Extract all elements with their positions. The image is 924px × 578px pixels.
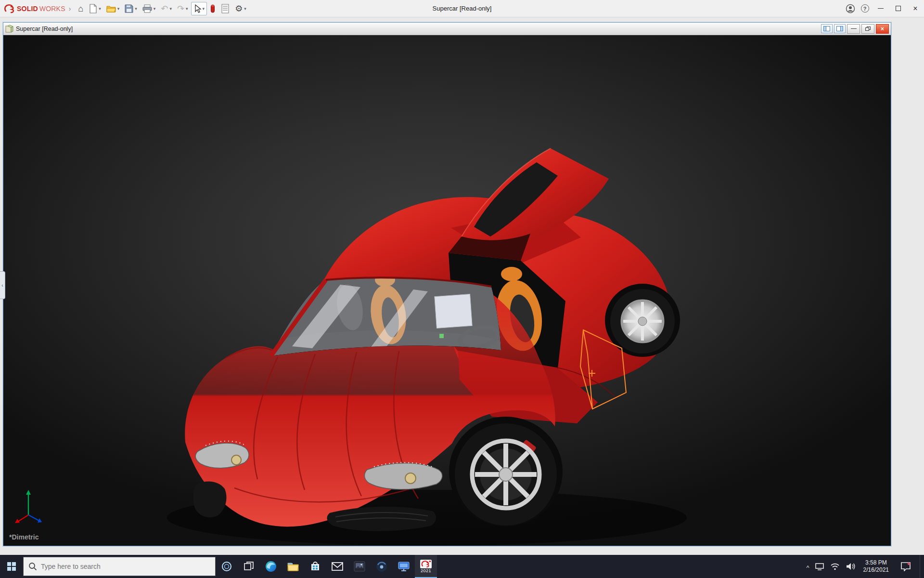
cortana-button[interactable] bbox=[216, 555, 238, 578]
edge-icon bbox=[265, 560, 277, 573]
select-cursor-icon bbox=[193, 4, 201, 13]
document-titlebar[interactable]: Supercar [Read-only] bbox=[3, 23, 891, 35]
network-icon bbox=[830, 563, 840, 570]
new-document-icon bbox=[89, 4, 97, 13]
save-button[interactable]: ▾ bbox=[122, 2, 140, 15]
pane-layout-left-icon bbox=[823, 26, 830, 31]
action-center-button[interactable] bbox=[897, 555, 915, 578]
document-icon bbox=[5, 25, 13, 33]
pane-layout-button-right[interactable] bbox=[834, 24, 846, 33]
close-icon: × bbox=[913, 4, 917, 13]
viewport-3d[interactable]: *Dimetric bbox=[3, 35, 891, 546]
volume-button[interactable] bbox=[845, 555, 856, 578]
brand-text-light: WORKS bbox=[39, 5, 65, 13]
taskbar-clock[interactable]: 3:58 PM 2/16/2021 bbox=[860, 559, 892, 574]
select-tool-button[interactable]: ▾ bbox=[191, 2, 207, 15]
menu-expand-icon[interactable]: › bbox=[69, 5, 71, 13]
collapsed-pane-tab[interactable]: ‹ bbox=[0, 271, 5, 299]
account-button[interactable] bbox=[843, 1, 858, 16]
doc-minimize-button[interactable] bbox=[847, 24, 860, 34]
minimize-icon bbox=[878, 8, 884, 9]
caret-down-icon[interactable]: ▾ bbox=[99, 6, 101, 11]
print-button[interactable]: ▾ bbox=[140, 2, 158, 15]
quick-access-toolbar: ⌂ ▾ ▾ bbox=[76, 2, 248, 15]
close-icon: × bbox=[881, 26, 884, 32]
caret-down-icon[interactable]: ▾ bbox=[154, 6, 156, 11]
caret-down-icon[interactable]: ▾ bbox=[117, 6, 120, 11]
collapse-arrow-icon: ‹ bbox=[1, 283, 3, 288]
round-dark-app-icon bbox=[375, 560, 388, 573]
home-icon: ⌂ bbox=[78, 4, 83, 13]
app-maximize-button[interactable] bbox=[889, 0, 907, 17]
doc-restore-button[interactable] bbox=[861, 24, 874, 34]
app-button-round-dark[interactable] bbox=[371, 555, 393, 578]
caret-down-icon[interactable]: ▾ bbox=[169, 6, 172, 11]
caret-down-icon[interactable]: ▾ bbox=[186, 6, 188, 11]
app-close-button[interactable]: × bbox=[907, 0, 924, 17]
caret-down-icon[interactable]: ▾ bbox=[203, 6, 205, 11]
view-orientation-label: *Dimetric bbox=[9, 533, 38, 541]
redo-button[interactable]: ↷ ▾ bbox=[175, 2, 191, 15]
save-icon bbox=[125, 4, 133, 13]
red-cylinder-icon bbox=[210, 4, 216, 13]
app-button-edge[interactable] bbox=[260, 555, 282, 578]
screen: SOLIDWORKS › ⌂ ▾ bbox=[0, 0, 924, 578]
solidworks-mark-icon bbox=[4, 3, 15, 14]
app-button-display[interactable] bbox=[393, 555, 415, 578]
app-button-photos[interactable] bbox=[348, 555, 371, 578]
app-minimize-button[interactable] bbox=[872, 0, 889, 17]
show-desktop-button[interactable] bbox=[920, 555, 922, 578]
windows-logo-icon bbox=[7, 562, 16, 571]
mail-icon bbox=[331, 561, 344, 572]
tray-monitor-button[interactable] bbox=[814, 555, 825, 578]
task-view-button[interactable] bbox=[238, 555, 260, 578]
solidworks-version-badge: 2021 bbox=[421, 569, 431, 573]
task-view-icon bbox=[243, 561, 255, 572]
caret-down-icon[interactable]: ▾ bbox=[244, 6, 246, 11]
store-icon bbox=[309, 561, 321, 572]
new-document-button[interactable]: ▾ bbox=[86, 2, 103, 15]
redo-icon: ↷ bbox=[177, 4, 184, 13]
account-icon bbox=[846, 4, 855, 13]
search-input[interactable] bbox=[41, 563, 195, 570]
appearance-button[interactable] bbox=[207, 2, 218, 15]
tray-monitor-icon bbox=[815, 563, 824, 570]
gear-icon: ⚙ bbox=[235, 4, 243, 13]
app-button-file-explorer[interactable] bbox=[282, 555, 304, 578]
home-button[interactable]: ⌂ bbox=[76, 2, 86, 15]
minimize-icon bbox=[851, 28, 857, 29]
solidworks-taskbar-icon bbox=[420, 560, 432, 568]
supercar-3d-model bbox=[3, 35, 891, 546]
cortana-icon bbox=[221, 561, 232, 572]
file-explorer-icon bbox=[287, 561, 299, 572]
network-button[interactable] bbox=[830, 555, 840, 578]
undo-button[interactable]: ↶ ▾ bbox=[158, 2, 174, 15]
action-center-icon bbox=[900, 562, 911, 571]
system-tray: ^ 3:58 PM bbox=[807, 555, 924, 578]
photos-icon bbox=[353, 561, 366, 572]
print-icon bbox=[142, 4, 152, 13]
open-button[interactable]: ▾ bbox=[104, 2, 122, 15]
volume-icon bbox=[846, 563, 855, 570]
orientation-triad bbox=[13, 487, 44, 525]
taskbar: 2021 ^ bbox=[0, 555, 924, 578]
app-button-mail[interactable] bbox=[326, 555, 348, 578]
app-button-store[interactable] bbox=[304, 555, 326, 578]
solidworks-logo[interactable]: SOLIDWORKS › bbox=[0, 3, 76, 14]
start-button[interactable] bbox=[0, 555, 23, 578]
document-title: Supercar [Read-only] bbox=[16, 26, 73, 32]
caret-down-icon[interactable]: ▾ bbox=[135, 6, 137, 11]
maximize-icon bbox=[896, 6, 901, 11]
taskbar-search[interactable] bbox=[23, 557, 216, 576]
doc-close-button[interactable]: × bbox=[876, 24, 889, 34]
hidden-icons-chevron[interactable]: ^ bbox=[807, 564, 809, 571]
options-button[interactable]: ⚙ ▾ bbox=[232, 2, 249, 15]
properties-button[interactable] bbox=[218, 2, 232, 15]
app-button-solidworks[interactable]: 2021 bbox=[415, 555, 437, 578]
restore-icon bbox=[865, 26, 871, 31]
brand-text-bold: SOLID bbox=[17, 5, 38, 13]
pane-layout-button-left[interactable] bbox=[821, 24, 833, 33]
help-button[interactable]: ? bbox=[858, 1, 872, 16]
app-titlebar: SOLIDWORKS › ⌂ ▾ bbox=[0, 0, 924, 17]
pane-layout-right-icon bbox=[836, 26, 843, 31]
